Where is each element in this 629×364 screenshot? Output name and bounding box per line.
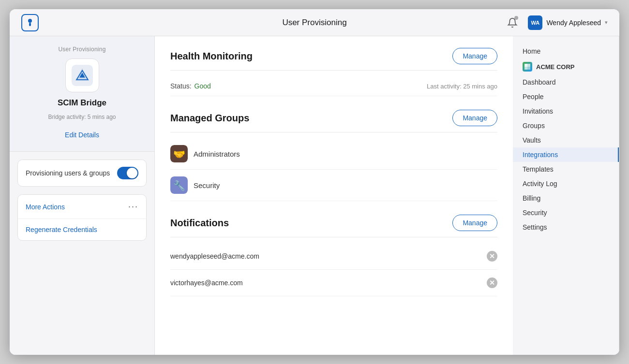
- scim-activity: Bridge activity: 5 mins ago: [48, 114, 116, 120]
- sidebar-item-invitations[interactable]: Invitations: [513, 104, 619, 118]
- right-sidebar: Home ACME CORP Dashboard People: [513, 36, 619, 355]
- templates-label: Templates: [523, 165, 554, 173]
- svg-rect-13: [527, 67, 530, 70]
- regenerate-credentials-button[interactable]: Regenerate Credentials: [18, 219, 146, 240]
- more-actions-card: More Actions ··· Regenerate Credentials: [17, 194, 147, 241]
- settings-label: Settings: [523, 223, 547, 231]
- managed-groups-title: Managed Groups: [170, 113, 249, 124]
- security-icon: 🔧: [170, 176, 188, 194]
- security-label: Security: [523, 209, 547, 217]
- user-menu-button[interactable]: WA Wendy Appleseed ▾: [528, 15, 608, 30]
- titlebar: User Provisioning WA Wendy Appleseed ▾: [10, 9, 619, 36]
- sidebar-item-templates[interactable]: Templates: [513, 162, 619, 176]
- group-row-administrators: 🤝 Administrators: [170, 138, 497, 170]
- more-actions-row: More Actions ···: [18, 195, 146, 219]
- managed-groups-section: Managed Groups Manage 🤝 Administrators: [170, 110, 497, 201]
- svg-rect-1: [29, 23, 31, 26]
- svg-rect-11: [527, 64, 530, 67]
- provision-toggle[interactable]: [117, 167, 138, 179]
- bell-badge: [514, 16, 518, 20]
- notification-row-2: victorhayes@acme.com ✕: [170, 270, 497, 296]
- notifications-section: Notifications Manage wendyappleseed@acme…: [170, 215, 497, 296]
- notifications-bell-icon[interactable]: [505, 15, 520, 30]
- scim-card: User Provisioning SCIM Bridge Bridge act…: [10, 36, 154, 152]
- health-manage-button[interactable]: Manage: [452, 48, 497, 64]
- integrations-label: Integrations: [523, 151, 558, 159]
- remove-email-2-button[interactable]: ✕: [487, 277, 497, 288]
- notification-row-1: wendyappleseed@acme.com ✕: [170, 243, 497, 270]
- group-name-security: Security: [194, 181, 220, 189]
- app-window: User Provisioning WA Wendy Appleseed ▾ U…: [10, 9, 619, 355]
- svg-text:🤝: 🤝: [173, 148, 185, 160]
- chevron-down-icon: ▾: [605, 19, 608, 26]
- notifications-title: Notifications: [170, 218, 229, 229]
- sidebar-item-groups[interactable]: Groups: [513, 118, 619, 133]
- email-2: victorhayes@acme.com: [170, 279, 243, 287]
- group-row-security: 🔧 Security: [170, 170, 497, 201]
- svg-rect-10: [524, 64, 527, 67]
- invitations-label: Invitations: [523, 107, 553, 115]
- sidebar-item-settings[interactable]: Settings: [513, 220, 619, 234]
- sidebar-item-billing[interactable]: Billing: [513, 191, 619, 205]
- activity-log-label: Activity Log: [523, 180, 557, 188]
- groups-manage-button[interactable]: Manage: [452, 110, 497, 126]
- titlebar-actions: WA Wendy Appleseed ▾: [505, 15, 608, 30]
- remove-icon-1: ✕: [487, 251, 497, 262]
- user-avatar: WA: [528, 15, 542, 30]
- remove-email-1-button[interactable]: ✕: [487, 251, 497, 262]
- sidebar-company[interactable]: ACME CORP: [513, 58, 619, 75]
- status-row: Status: Good Last activity: 25 mins ago: [170, 76, 497, 96]
- sidebar-item-home[interactable]: Home: [513, 44, 619, 58]
- administrators-icon: 🤝: [170, 145, 188, 162]
- people-label: People: [523, 93, 544, 101]
- dashboard-label: Dashboard: [523, 78, 556, 86]
- notifications-manage-button[interactable]: Manage: [452, 215, 497, 231]
- content-area: User Provisioning SCIM Bridge Bridge act…: [10, 36, 619, 355]
- remove-icon-2: ✕: [487, 277, 497, 288]
- edit-details-button[interactable]: Edit Details: [65, 128, 99, 142]
- more-actions-label: More Actions: [26, 203, 65, 211]
- svg-text:🔧: 🔧: [173, 180, 185, 191]
- more-actions-dots-button[interactable]: ···: [128, 202, 138, 212]
- provision-toggle-row: Provisioning users & groups: [17, 160, 147, 187]
- sidebar-item-people[interactable]: People: [513, 89, 619, 104]
- scim-logo: [65, 58, 99, 92]
- scim-card-label: User Provisioning: [58, 46, 105, 53]
- status-value: Good: [195, 82, 211, 90]
- company-icon: [523, 62, 532, 72]
- app-logo: [21, 14, 39, 31]
- toggle-knob: [127, 168, 137, 178]
- sidebar-item-security[interactable]: Security: [513, 205, 619, 220]
- company-name: ACME CORP: [536, 63, 574, 71]
- sidebar-item-vaults[interactable]: Vaults: [513, 133, 619, 147]
- sidebar-item-activity-log[interactable]: Activity Log: [513, 176, 619, 191]
- left-panel: User Provisioning SCIM Bridge Bridge act…: [10, 36, 155, 355]
- health-monitoring-title: Health Monitoring: [170, 51, 253, 62]
- notifications-header: Notifications Manage: [170, 215, 497, 237]
- managed-groups-header: Managed Groups Manage: [170, 110, 497, 132]
- svg-rect-12: [524, 67, 527, 70]
- svg-point-0: [28, 19, 32, 23]
- health-monitoring-section: Health Monitoring Manage Status: Good La…: [170, 48, 497, 96]
- sidebar-item-integrations[interactable]: Integrations: [513, 147, 619, 162]
- sidebar-item-dashboard[interactable]: Dashboard: [513, 75, 619, 89]
- main-content: Health Monitoring Manage Status: Good La…: [155, 36, 513, 355]
- scim-title: SCIM Bridge: [58, 98, 106, 108]
- page-title: User Provisioning: [282, 18, 346, 28]
- status-label: Status:: [170, 82, 192, 90]
- group-name-administrators: Administrators: [194, 150, 240, 158]
- home-label: Home: [523, 47, 540, 55]
- email-1: wendyappleseed@acme.com: [170, 252, 259, 260]
- last-activity: Last activity: 25 mins ago: [427, 83, 497, 90]
- health-monitoring-header: Health Monitoring Manage: [170, 48, 497, 71]
- provision-label: Provisioning users & groups: [26, 169, 110, 177]
- user-name-label: Wendy Appleseed: [546, 19, 601, 27]
- groups-label: Groups: [523, 122, 545, 130]
- vaults-label: Vaults: [523, 136, 541, 144]
- billing-label: Billing: [523, 194, 540, 202]
